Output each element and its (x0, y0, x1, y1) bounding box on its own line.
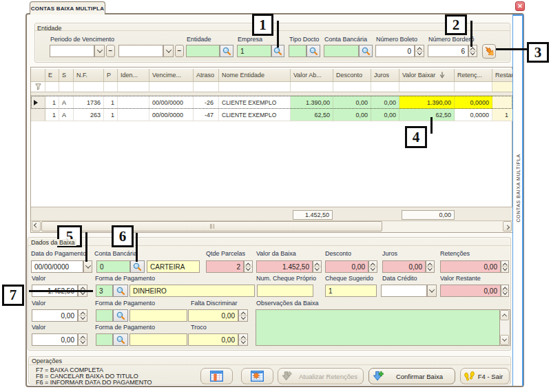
valor3-input[interactable]: 0,00 (32, 333, 78, 346)
grid-columns-button[interactable] (200, 368, 233, 384)
forma2-nome[interactable] (129, 309, 187, 322)
grid-header-p[interactable]: P (104, 69, 118, 82)
row2-cell-desconto[interactable]: 0,00 (333, 109, 371, 121)
grid-filter-cell[interactable] (194, 82, 219, 92)
troco-spinner[interactable] (238, 333, 248, 346)
row1-cell-juros[interactable]: 0,00 (371, 96, 399, 109)
row2-selector[interactable] (31, 109, 45, 121)
falta-discriminar-spinner[interactable] (238, 309, 248, 322)
row1-cell-valor-ab[interactable]: 1.390,00 (291, 96, 333, 109)
forma3-code-input[interactable] (96, 333, 113, 346)
empresa-input[interactable]: 1 (237, 45, 271, 57)
row2-cell-juros[interactable]: 0,00 (371, 109, 399, 121)
valor-baixa-spinner[interactable] (313, 260, 322, 273)
row2-cell-iden[interactable] (118, 109, 149, 121)
numero-boleto-spinner[interactable] (415, 45, 424, 57)
dados-conta-bancaria-search-button[interactable] (130, 260, 145, 273)
qtde-parcelas-input[interactable]: 2 (206, 260, 244, 273)
row2-cell-e[interactable]: 1 (45, 109, 59, 121)
forma3-search-button[interactable] (113, 333, 128, 346)
row1-cell-nome[interactable]: CLIENTE EXEMPLO (219, 96, 291, 109)
periodo-from-dropdown-icon[interactable] (94, 45, 105, 57)
row1-cell-e[interactable]: 1 (45, 96, 59, 109)
grid-filter-cell[interactable] (291, 82, 333, 92)
grid-header-restante[interactable]: Restante (492, 69, 512, 82)
num-cheque-input[interactable] (257, 285, 313, 297)
observacoes-scroll-up-button[interactable] (500, 310, 509, 320)
grid-header-valor-ab[interactable]: Valor Ab... (291, 69, 333, 82)
numero-boleto-input[interactable]: 0 (375, 45, 415, 57)
grid-header-juros[interactable]: Juros (371, 69, 399, 82)
grid-filter-cell[interactable] (118, 82, 149, 92)
periodo-from-input[interactable] (50, 45, 94, 57)
cheque-sugerido-input[interactable]: 1 (325, 285, 377, 297)
periodo-to-clear-button[interactable] (175, 45, 184, 57)
grid-filter-cell[interactable] (104, 82, 118, 92)
grid-header-s[interactable]: S (59, 69, 74, 82)
row1-cell-iden[interactable] (118, 96, 149, 109)
grid-header-iden[interactable]: Iden... (118, 69, 149, 82)
grid-filter-cell[interactable] (74, 82, 104, 92)
close-button[interactable] (515, 1, 525, 11)
tipo-docto-input[interactable] (289, 45, 306, 57)
sair-button[interactable]: F4 - Sair (460, 368, 510, 384)
grid-header-nome-entidade[interactable]: Nome Entidade (219, 69, 291, 82)
periodo-to-dropdown-icon[interactable] (163, 45, 174, 57)
forma2-code-input[interactable] (96, 309, 113, 322)
entidade-search-button[interactable] (220, 45, 233, 57)
scroll-thumb[interactable] (41, 221, 382, 231)
grid-header-desconto[interactable]: Desconto (333, 69, 371, 82)
data-credito-input[interactable] (381, 285, 427, 297)
valor-restante-spinner[interactable] (501, 285, 509, 297)
dados-conta-bancaria-input[interactable]: 0 (96, 260, 130, 273)
grid-header-valor-baixar[interactable]: Valor Baixar (399, 69, 455, 82)
numero-bordero-input[interactable]: 6 (428, 45, 468, 57)
conta-bancaria-input[interactable] (324, 45, 359, 57)
dados-juros-spinner[interactable] (426, 260, 435, 273)
grid-header-atraso[interactable]: Atraso (194, 69, 219, 82)
data-pagamento-dropdown-icon[interactable] (83, 260, 92, 273)
grid-filter-cell[interactable] (59, 82, 74, 92)
row1-selector[interactable] (31, 96, 45, 109)
row2-cell-restante[interactable]: 1 (492, 109, 512, 121)
dados-desconto-spinner[interactable] (368, 260, 377, 273)
dados-retencoes-spinner[interactable] (501, 260, 509, 273)
forma1-search-button[interactable] (113, 285, 128, 297)
row1-cell-restante[interactable] (492, 96, 512, 109)
dados-juros-input[interactable]: 0,00 (382, 260, 426, 273)
valor2-spinner[interactable] (78, 309, 87, 322)
row2-cell-s[interactable]: A (59, 109, 74, 121)
observacoes-textarea[interactable] (256, 309, 510, 346)
gerar-bordero-button[interactable] (482, 44, 496, 59)
forma1-nome[interactable]: DINHEIRO (129, 285, 255, 297)
grid-filter-cell[interactable] (45, 82, 59, 92)
grid-filter-cell[interactable] (492, 82, 512, 92)
qtde-parcelas-spinner[interactable] (244, 260, 253, 273)
row2-cell-atraso[interactable]: -47 (194, 109, 219, 121)
dados-conta-bancaria-nome[interactable]: CARTEIRA (147, 260, 200, 273)
data-pagamento-input[interactable]: 00/00/0000 (31, 260, 83, 273)
row1-cell-p[interactable]: 1 (104, 96, 118, 109)
tipo-docto-search-button[interactable] (306, 45, 320, 57)
valor3-spinner[interactable] (78, 333, 87, 346)
scroll-left-button[interactable] (32, 221, 41, 231)
grid-header-retencoes[interactable]: Retenç... (455, 69, 492, 82)
forma3-nome[interactable] (129, 333, 187, 346)
valor-baixa-input[interactable]: 1.452,50 (256, 260, 313, 273)
row2-cell-nf[interactable]: 263 (74, 109, 104, 121)
grid-settings-button[interactable] (241, 368, 273, 384)
dados-desconto-input[interactable]: 0,00 (325, 260, 368, 273)
grid-header-nf[interactable]: N.F. (74, 69, 104, 82)
grid-filter-cell[interactable] (149, 82, 194, 92)
grid-filter-cell[interactable] (399, 82, 455, 92)
entidade-input[interactable] (186, 45, 220, 57)
grid-filter-cell[interactable] (455, 82, 492, 92)
grid-header-vencimento[interactable]: Vencime... (149, 69, 194, 82)
periodo-from-clear-button[interactable] (106, 45, 115, 57)
row1-cell-nf[interactable]: 1736 (74, 96, 104, 109)
forma2-search-button[interactable] (113, 309, 128, 322)
grid-filter-cell[interactable] (219, 82, 291, 92)
row2-cell-valor-ab[interactable]: 62,50 (291, 109, 333, 121)
tab-contas-baixa-multipla[interactable]: CONTAS BAIXA MULTIPLA (30, 1, 105, 14)
row2-cell-p[interactable]: 1 (104, 109, 118, 121)
